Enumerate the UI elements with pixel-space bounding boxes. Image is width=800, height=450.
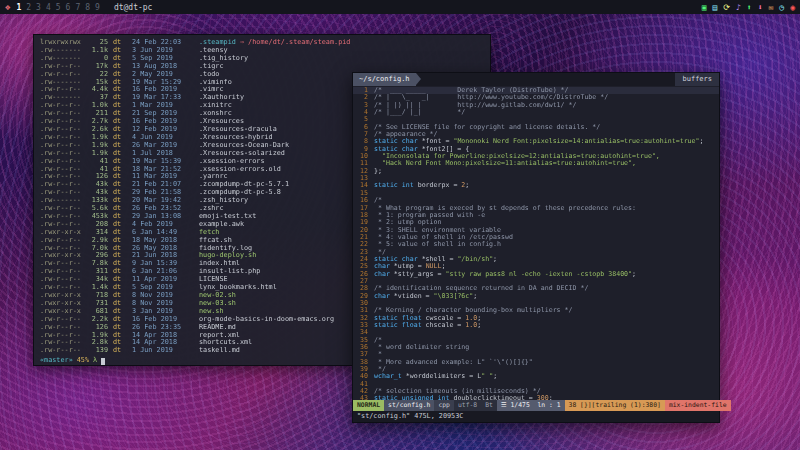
power-icon[interactable]: ◉: [790, 3, 795, 12]
terminal-cursor: [101, 358, 105, 365]
cpu-icon[interactable]: ▣: [702, 3, 707, 12]
workspace-3[interactable]: 3: [36, 3, 41, 12]
desktop: ❖ 123456789 dt@dt-pc ▣▤⟳♪⬆⬇✉◷◉ lrwxrwxrw…: [0, 0, 800, 450]
statusline-segment: cpp: [434, 400, 454, 411]
code-line: 14static int borderpx = 2;: [353, 182, 719, 189]
code-line: 29char *vtiden = "\033[?6c";: [353, 293, 719, 300]
workspace-6[interactable]: 6: [66, 3, 71, 12]
workspace-8[interactable]: 8: [85, 3, 90, 12]
code-line: 34: [353, 329, 719, 336]
code-line: 38 * More advanced example: L" `'\"()[]{…: [353, 359, 719, 366]
code-line: 15: [353, 190, 719, 197]
git-branch-label: «master»: [40, 357, 73, 365]
network-down-icon[interactable]: ⬇: [758, 3, 763, 12]
tab-arrow-icon: [416, 73, 421, 85]
buffer-tab[interactable]: ~/s/config.h: [353, 73, 416, 86]
launcher-icon[interactable]: ❖: [5, 2, 10, 12]
prompt-percent: 45%: [77, 357, 89, 365]
memory-icon[interactable]: ▤: [713, 3, 718, 12]
network-up-icon[interactable]: ⬆: [747, 3, 752, 12]
code-line: 22 * 5: value of shell in config.h: [353, 241, 719, 248]
volume-icon[interactable]: ♪: [736, 3, 741, 12]
code-line: 12};: [353, 168, 719, 175]
clock-icon[interactable]: ◷: [779, 3, 784, 12]
prompt-symbol: λ: [93, 357, 97, 365]
code-line: 4/* |___/ |_| */: [353, 109, 719, 116]
code-line: 40wchar_t *worddelimiters = L" ";: [353, 373, 719, 380]
workspace-4[interactable]: 4: [46, 3, 51, 12]
workspace-9[interactable]: 9: [95, 3, 100, 12]
mail-icon[interactable]: ✉: [769, 3, 774, 12]
statusline-segment: Bt: [481, 400, 497, 411]
system-tray: ▣▤⟳♪⬆⬇✉◷◉: [702, 3, 795, 12]
workspace-7[interactable]: 7: [75, 3, 80, 12]
buffers-label[interactable]: buffers: [675, 73, 719, 86]
statusline: NORMALst/config.h cpputf-8Bt☰ 1/475 ln :…: [353, 400, 719, 411]
editor-window[interactable]: ~/s/config.h buffers 1/* ___ _____ Derek…: [352, 72, 720, 423]
code-line: 26char *stty_args = "stty raw pass8 nl -…: [353, 271, 719, 278]
workspace-2[interactable]: 2: [26, 3, 31, 12]
workspace-1[interactable]: 1: [16, 3, 21, 12]
statusline-segment: 38 [}][trailing (1):380]: [565, 400, 665, 411]
statusline-segment: NORMAL: [353, 400, 384, 411]
statusline-segment: st/config.h: [384, 400, 434, 411]
statusline-segment: ☰ 1/475 ln : 1: [497, 400, 565, 411]
statusline-segment: utf-8: [454, 400, 481, 411]
statusline-segment: mix-indent-file: [665, 400, 731, 411]
command-line: "st/config.h" 475L, 20953C: [353, 411, 719, 422]
statusline-right: cpputf-8Bt☰ 1/475 ln : 138 [}][trailing …: [434, 400, 730, 411]
code-area[interactable]: 1/* ___ _____ Derek Taylor (DistroTube) …: [353, 86, 719, 400]
focused-window-title: dt@dt-pc: [114, 3, 153, 12]
code-line: 11 "Hack Nerd Font Mono:pixelsize=11:ant…: [353, 160, 719, 167]
editor-tabline: ~/s/config.h buffers: [353, 73, 719, 86]
code-line: 33static float chscale = 1.0;: [353, 322, 719, 329]
code-line: 36 * word delimiter string: [353, 344, 719, 351]
top-bar: ❖ 123456789 dt@dt-pc ▣▤⟳♪⬆⬇✉◷◉: [0, 0, 800, 14]
updates-icon[interactable]: ⟳: [723, 3, 730, 12]
statusline-left: NORMALst/config.h: [353, 400, 434, 411]
workspace-list: 123456789: [16, 3, 99, 12]
workspace-5[interactable]: 5: [56, 3, 61, 12]
